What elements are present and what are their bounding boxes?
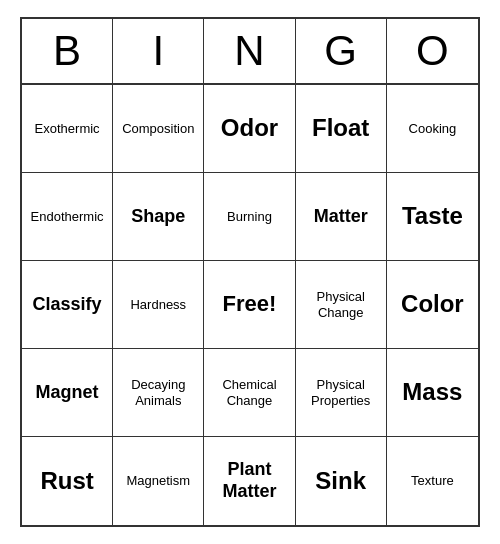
cell-label: Endothermic [31, 209, 104, 225]
cell-label: Rust [40, 467, 93, 496]
bingo-cell[interactable]: Rust [22, 437, 113, 525]
header-letter: B [22, 19, 113, 83]
cell-label: Free! [223, 291, 277, 317]
cell-label: Magnet [36, 382, 99, 404]
cell-label: Cooking [409, 121, 457, 137]
cell-label: Shape [131, 206, 185, 228]
bingo-cell[interactable]: Matter [296, 173, 387, 261]
header-letter: N [204, 19, 295, 83]
bingo-cell[interactable]: Plant Matter [204, 437, 295, 525]
header-letter: O [387, 19, 478, 83]
bingo-cell[interactable]: Chemical Change [204, 349, 295, 437]
cell-label: Magnetism [127, 473, 191, 489]
bingo-cell[interactable]: Float [296, 85, 387, 173]
bingo-cell[interactable]: Odor [204, 85, 295, 173]
cell-label: Texture [411, 473, 454, 489]
bingo-cell[interactable]: Physical Properties [296, 349, 387, 437]
bingo-cell[interactable]: Classify [22, 261, 113, 349]
cell-label: Burning [227, 209, 272, 225]
cell-label: Decaying Animals [119, 377, 197, 408]
bingo-cell[interactable]: Hardness [113, 261, 204, 349]
bingo-cell[interactable]: Composition [113, 85, 204, 173]
bingo-cell[interactable]: Magnetism [113, 437, 204, 525]
bingo-cell[interactable]: Exothermic [22, 85, 113, 173]
bingo-cell[interactable]: Mass [387, 349, 478, 437]
cell-label: Float [312, 114, 369, 143]
bingo-cell[interactable]: Texture [387, 437, 478, 525]
cell-label: Classify [33, 294, 102, 316]
cell-label: Physical Change [302, 289, 380, 320]
bingo-card: BINGO ExothermicCompositionOdorFloatCook… [20, 17, 480, 527]
cell-label: Sink [315, 467, 366, 496]
bingo-cell[interactable]: Endothermic [22, 173, 113, 261]
cell-label: Physical Properties [302, 377, 380, 408]
cell-label: Hardness [130, 297, 186, 313]
bingo-cell[interactable]: Color [387, 261, 478, 349]
bingo-cell[interactable]: Taste [387, 173, 478, 261]
bingo-cell[interactable]: Magnet [22, 349, 113, 437]
bingo-cell[interactable]: Shape [113, 173, 204, 261]
cell-label: Composition [122, 121, 194, 137]
cell-label: Matter [314, 206, 368, 228]
bingo-cell[interactable]: Cooking [387, 85, 478, 173]
bingo-cell[interactable]: Sink [296, 437, 387, 525]
bingo-header: BINGO [22, 19, 478, 85]
cell-label: Odor [221, 114, 278, 143]
cell-label: Plant Matter [210, 459, 288, 502]
cell-label: Taste [402, 202, 463, 231]
bingo-cell[interactable]: Decaying Animals [113, 349, 204, 437]
cell-label: Chemical Change [210, 377, 288, 408]
cell-label: Exothermic [35, 121, 100, 137]
bingo-grid: ExothermicCompositionOdorFloatCookingEnd… [22, 85, 478, 525]
cell-label: Color [401, 290, 464, 319]
bingo-cell[interactable]: Burning [204, 173, 295, 261]
header-letter: I [113, 19, 204, 83]
bingo-cell[interactable]: Physical Change [296, 261, 387, 349]
bingo-cell[interactable]: Free! [204, 261, 295, 349]
cell-label: Mass [402, 378, 462, 407]
header-letter: G [296, 19, 387, 83]
